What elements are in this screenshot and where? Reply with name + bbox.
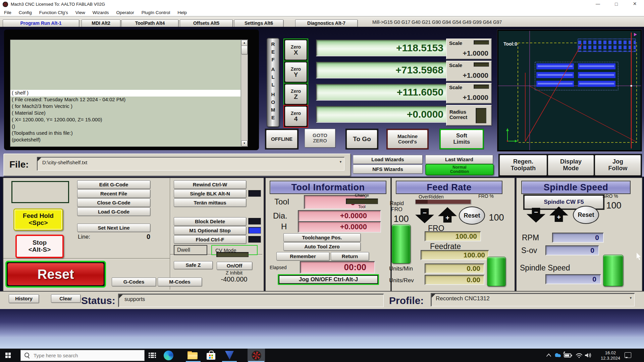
tab-toolpath[interactable]: ToolPath Alt4	[121, 19, 178, 27]
profile-dropdown-icon[interactable]: ▼	[629, 296, 632, 300]
menu-file[interactable]: File	[4, 10, 11, 15]
block-delete-button[interactable]: Block Delete	[174, 217, 246, 226]
reset-button[interactable]: Reset	[5, 261, 106, 288]
a-axis-dro[interactable]: +0.0000	[316, 106, 448, 123]
override-bar[interactable]	[415, 199, 471, 204]
radius-correct-led[interactable]	[476, 108, 486, 123]
feed-reset-button[interactable]: Reset	[459, 206, 485, 225]
m1-optional-stop-button[interactable]: M1 Optional Stop	[174, 226, 246, 235]
rewind-button[interactable]: Rewind Ctrl-W	[174, 180, 246, 189]
z-scale-box[interactable]: Scale +1.0000	[446, 83, 492, 104]
change-tool-led[interactable]	[346, 198, 378, 204]
clear-button[interactable]: Clear	[51, 294, 80, 303]
spindle-slider[interactable]	[603, 255, 623, 286]
zero-y-button[interactable]: ZeroY	[283, 61, 308, 83]
tab-settings[interactable]: Settings Alt6	[234, 19, 283, 27]
taskbar-store[interactable]	[203, 349, 219, 362]
menu-wizards[interactable]: Wizards	[93, 10, 109, 15]
tab-offsets[interactable]: Offsets Alt5	[180, 19, 233, 27]
m1-optional-stop-led[interactable]	[248, 227, 261, 234]
action-center-button[interactable]	[625, 352, 631, 358]
file-dropdown-icon[interactable]: ▼	[339, 160, 342, 164]
load-wizards-button[interactable]: Load Wizards	[353, 155, 423, 164]
y-axis-dro[interactable]: +713.5968	[316, 62, 448, 78]
maximize-button[interactable]: □	[607, 0, 626, 9]
dwell-indicator[interactable]: Dwell	[174, 245, 207, 255]
safe-z-button[interactable]: Safe Z	[174, 261, 213, 269]
taskbar-clock[interactable]: 16.02 12.3.2024	[597, 350, 624, 361]
return-button[interactable]: Return	[331, 252, 369, 260]
scroll-up-button[interactable]: ▲	[241, 40, 248, 46]
feedrate-display[interactable]: 100.00	[421, 250, 489, 260]
tab-mdi[interactable]: MDI Alt2	[82, 19, 120, 27]
set-next-line-button[interactable]: Set Next Line	[77, 224, 150, 232]
file-path-field[interactable]: D:\city-shelf\shelf.txt ▼	[37, 157, 344, 171]
edit-gcode-button[interactable]: Edit G-Code	[77, 180, 150, 189]
block-delete-led[interactable]	[248, 218, 261, 225]
system-tray-icons[interactable]	[544, 351, 597, 360]
z-inhibit-slider-track[interactable]	[216, 252, 249, 257]
ref-all-home-button[interactable]: REFALLHOME	[267, 38, 279, 127]
machine-coords-button[interactable]: MachineCoord's	[386, 129, 429, 149]
soft-limits-button[interactable]: SoftLimits	[439, 129, 484, 149]
minimize-button[interactable]: —	[589, 0, 607, 9]
close-button[interactable]: ×	[626, 0, 644, 9]
toolpath-preview[interactable]: Tool:0	[497, 29, 642, 152]
zero-4-button[interactable]: Zero4	[283, 105, 308, 128]
close-gcode-button[interactable]: Close G-Code	[77, 198, 150, 207]
gcodes-button[interactable]: G-Codes	[112, 278, 156, 286]
taskbar-file-explorer[interactable]	[184, 349, 201, 362]
menu-function-cfgs[interactable]: Function Cfg's	[39, 10, 68, 15]
flood-button[interactable]: Flood Ctrl-F	[174, 235, 246, 244]
start-button[interactable]	[0, 349, 16, 362]
z-inhibit-onoff-button[interactable]: On/Off	[217, 262, 252, 270]
load-gcode-button[interactable]: Load G-Code	[77, 207, 150, 216]
tool-h-display[interactable]: +0.0000	[298, 221, 381, 233]
tab-diagnostics[interactable]: Diagnostics Alt-7	[295, 19, 358, 27]
x-axis-dro[interactable]: +118.5153	[316, 40, 448, 56]
stop-button[interactable]: Stop<Alt-S>	[15, 235, 64, 258]
menu-view[interactable]: View	[75, 10, 85, 15]
y-scale-box[interactable]: Scale +1.0000	[446, 61, 492, 81]
fro-slider[interactable]	[392, 225, 411, 263]
x-scale-led[interactable]	[474, 40, 489, 45]
fro-display[interactable]: 100.00	[425, 231, 481, 241]
teran-mittaus-button[interactable]: Terän mittaus	[174, 198, 246, 207]
offline-button[interactable]: OFFLINE	[265, 129, 299, 149]
spindle-reset-button[interactable]: Reset	[573, 206, 599, 224]
y-scale-led[interactable]	[474, 62, 489, 67]
remember-button[interactable]: Remember	[276, 252, 329, 260]
menu-help[interactable]: Help	[177, 10, 187, 15]
feedrate-slider[interactable]	[487, 257, 506, 286]
tab-program-run[interactable]: Program Run Alt-1	[3, 19, 79, 27]
taskbar-edge[interactable]	[160, 349, 176, 362]
gcode-display[interactable]: ( shelf ) ( File created: Tuesday March …	[10, 40, 241, 147]
x-scale-box[interactable]: Scale +1.0000	[446, 39, 492, 59]
toolchange-pos-button[interactable]: Toolchange Pos.	[283, 233, 361, 242]
single-blk-led[interactable]	[248, 190, 261, 197]
to-go-button[interactable]: To Go	[345, 129, 378, 149]
status-field[interactable]: supports	[118, 294, 384, 307]
auto-tool-zero-button[interactable]: Auto Tool Zero	[283, 242, 361, 251]
mcodes-button[interactable]: M-Codes	[158, 278, 202, 286]
single-blk-button[interactable]: Single BLK Alt-N	[174, 189, 246, 198]
radius-correct-box[interactable]: RadiusCorrect	[446, 105, 492, 126]
taskbar-vectric-app[interactable]	[221, 349, 237, 362]
gcode-scrollbar[interactable]: ▲ ▼	[241, 40, 248, 147]
scroll-down-button[interactable]: ▼	[241, 140, 248, 146]
taskbar-search-box[interactable]	[20, 350, 145, 361]
zero-z-button[interactable]: ZeroZ	[283, 83, 308, 106]
menu-operator[interactable]: Operator	[116, 10, 134, 15]
jog-follow-button[interactable]: JogFollow	[594, 154, 642, 177]
normal-condition-button[interactable]: NormalCondition	[425, 164, 494, 175]
z-axis-dro[interactable]: +111.6050	[316, 84, 448, 101]
z-scale-led[interactable]	[474, 84, 489, 89]
jog-onoff-button[interactable]: Jog ON/OFF Ctrl-Alt-J	[278, 274, 379, 285]
flood-led[interactable]	[248, 236, 261, 243]
menu-config[interactable]: Config	[19, 10, 32, 15]
regen-toolpath-button[interactable]: Regen.Toolpath	[498, 154, 548, 177]
recent-file-button[interactable]: Recent File	[77, 189, 150, 198]
scrollbar-thumb[interactable]	[241, 46, 248, 54]
last-wizard-button[interactable]: Last Wizard	[425, 155, 493, 164]
taskbar-mach3-slot[interactable]	[248, 349, 265, 362]
